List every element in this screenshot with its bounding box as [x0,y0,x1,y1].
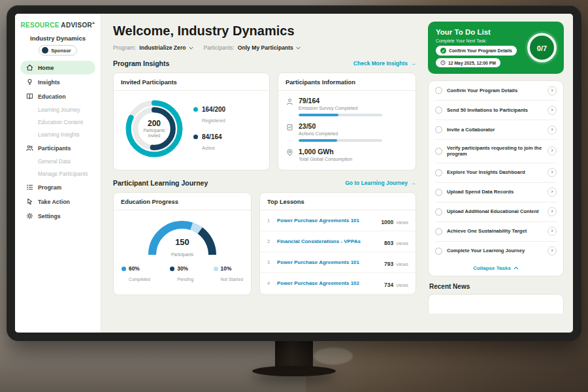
clipboard-icon [286,123,293,131]
task-row[interactable]: Verify participants requesting to join t… [435,140,557,163]
clock-icon [440,60,446,65]
task-row[interactable]: Invite a Collaborator › [435,120,557,140]
task-checkbox[interactable] [435,208,442,216]
chevron-right-icon: › [551,248,553,253]
task-row[interactable]: Complete Your Learning Journey › [435,242,557,261]
legend-dot [193,135,198,139]
task-open-button[interactable]: › [547,207,557,216]
program-filter-label: Program: [113,44,136,51]
logo-resource: RESOURCE [21,22,59,29]
lesson-row[interactable]: 1 Power Purchase Agreements 101 1000 vie… [260,210,416,231]
task-row[interactable]: Upload Spend Data Records › [435,183,557,203]
lesson-views: 793 views [384,257,408,269]
task-open-button[interactable]: › [547,125,557,135]
list-icon [26,184,33,191]
sidebar-item-label: Insights [38,79,60,86]
info-row-consumption: 1,000 GWh Total Global Consumption [286,148,408,162]
sidebar-item-take-action[interactable]: Take Action [20,195,95,208]
invited-participants-card: Invited Participants 200 [113,73,270,171]
card-title: Participants Information [278,73,416,91]
task-row[interactable]: Upload Additional Educational Content › [435,203,557,222]
go-to-learning-journey-link[interactable]: Go to Learning Journey → [345,180,416,186]
task-row[interactable]: Send 50 Invitations to Participants › [435,101,557,120]
chevron-down-icon [189,46,193,50]
recent-news-card [428,294,564,314]
task-open-button[interactable]: › [547,106,557,115]
participants-filter-label: Participants: [204,44,235,51]
legend-pending: 30%Pending [170,265,193,284]
task-checkbox[interactable] [435,148,442,155]
task-checkbox[interactable] [435,126,442,133]
task-checkbox[interactable] [435,248,442,255]
task-row[interactable]: Explore Your Insights Dashboard › [435,163,557,183]
legend-completed: 60%Completed [122,265,150,284]
sidebar-item-learning-insights[interactable]: Learning Insights [20,129,95,140]
sidebar-item-label: Education [38,93,66,100]
task-checkbox[interactable] [435,228,442,235]
task-open-button[interactable]: › [547,146,557,155]
legend-not-started: 10%Not Started [214,265,243,284]
sidebar-item-insights[interactable]: Insights [20,75,95,89]
task-row[interactable]: Confirm Your Program Details › [435,81,557,101]
sidebar-item-general-data[interactable]: General Data [20,155,95,167]
collapse-tasks-button[interactable]: Collapse Tasks [435,261,557,276]
emission-progress-bar [299,114,382,116]
sidebar-item-settings[interactable]: Settings [20,209,95,223]
check-more-insights-link[interactable]: Check More Insights → [353,60,416,67]
task-checkbox[interactable] [435,106,442,114]
info-row-emission-survey: 79/164 Emission Survey Completed [286,97,408,116]
participants-information-card: Participants Information 79/164 Emission… [278,73,416,171]
task-open-button[interactable]: › [547,86,557,95]
task-checkbox[interactable] [435,189,442,196]
task-checkbox[interactable] [435,87,442,94]
donut-center-value: 200 [148,119,161,128]
sidebar-item-education-content[interactable]: Education Content [20,116,95,128]
task-open-button[interactable]: › [547,168,557,177]
sidebar-item-participants[interactable]: Participants [20,141,95,155]
participants-select[interactable]: Only My Participants [238,44,301,51]
task-open-button[interactable]: › [547,246,557,255]
monitor: RESOURCE ADVISOR+ Industry Dynamics Spon… [7,5,581,341]
sidebar-item-program[interactable]: Program [20,180,95,194]
monitor-stand [275,338,313,368]
chevron-right-icon: › [551,148,553,154]
sidebar-item-home[interactable]: Home [20,61,95,74]
org-name: Industry Dynamics [20,35,95,42]
task-open-button[interactable]: › [547,227,557,236]
sponsor-badge[interactable]: Sponsor [39,45,76,56]
chevron-up-icon [514,267,519,270]
cursor-icon [26,198,33,205]
chevron-down-icon [296,46,301,50]
lesson-row[interactable]: 4 Power Purchase Agreements 102 734 view… [260,273,416,294]
sidebar-item-label: Take Action [38,199,70,205]
todo-hero-card: Your To Do List Complete Your Next Task:… [428,22,564,74]
next-task-label: Confirm Your Program Details [449,48,512,53]
arrow-right-icon: → [410,60,416,67]
sidebar: RESOURCE ADVISOR+ Industry Dynamics Spon… [15,14,101,333]
location-pin-icon [286,149,293,156]
gear-icon [26,212,33,220]
todo-subtitle: Complete Your Next Task: [436,39,522,43]
sidebar-item-education[interactable]: Education [20,90,95,103]
sidebar-item-manage-participants[interactable]: Manage Participants [20,168,95,180]
legend-dot [193,107,198,112]
logo-advisor: ADVISOR+ [61,22,95,29]
sidebar-item-learning-journey[interactable]: Learning Journey [20,104,95,116]
chevron-right-icon: › [551,208,553,214]
program-select[interactable]: Industrialize Zero [139,44,193,51]
link-label: Check More Insights [353,60,408,67]
info-row-actions: 23/50 Actions Completed [286,122,408,142]
next-task-pill[interactable]: ✓ Confirm Your Program Details [436,46,517,56]
task-open-button[interactable]: › [547,188,557,197]
home-icon [26,64,33,71]
lesson-row[interactable]: 2 Financial Considerations - VPPAs 803 v… [260,231,416,252]
screen: RESOURCE ADVISOR+ Industry Dynamics Spon… [15,14,573,333]
background-room: RESOURCE ADVISOR+ Industry Dynamics Spon… [0,0,588,392]
lesson-row[interactable]: 5 Power Purchase Agreements 103 600 view… [260,294,416,295]
task-checkbox[interactable] [435,169,442,176]
task-row[interactable]: Achieve One Sustainability Target › [435,222,557,242]
gauge-center-label: Participants [171,252,193,257]
lesson-row[interactable]: 3 Power Purchase Agreements 101 793 view… [260,252,416,273]
program-insights-header: Program Insights Check More Insights → [113,59,416,67]
legend-registered: 164/200Registered [193,106,225,125]
